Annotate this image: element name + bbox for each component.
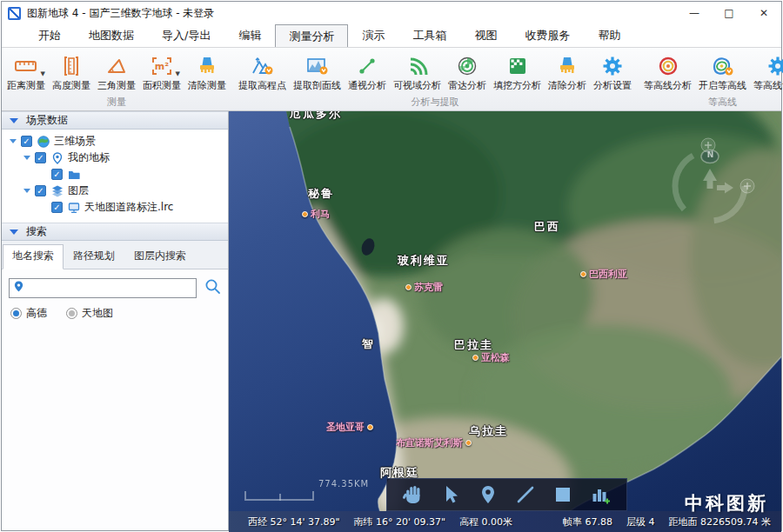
- scale-text: 774.35KM: [318, 479, 369, 489]
- tree-item-3d-scene[interactable]: ✓ 三维场景: [2, 133, 228, 150]
- expand-triangle-icon[interactable]: [23, 189, 30, 193]
- tree-item-folder[interactable]: ✓: [2, 166, 228, 183]
- tree-item-road-labels-layer[interactable]: ✓ 天地图道路标注.lrc: [2, 199, 228, 216]
- search-tab[interactable]: 路径规划: [64, 244, 124, 269]
- viewshed-analysis-button[interactable]: 可视域分析: [390, 50, 445, 92]
- contour-analysis-button[interactable]: 等高线分析: [640, 50, 695, 92]
- city-dot-icon: [465, 440, 472, 446]
- draw-line-icon[interactable]: [512, 482, 539, 508]
- cut-fill-analysis-button[interactable]: 填挖方分析: [490, 50, 545, 92]
- menu-tab[interactable]: 导入/导出: [148, 24, 224, 47]
- menu-tab[interactable]: 演示: [348, 24, 398, 47]
- collapse-triangle-icon[interactable]: [10, 118, 18, 123]
- city-dot-icon: [405, 284, 412, 290]
- placemark-pin-icon[interactable]: [475, 482, 501, 508]
- compass-navigator[interactable]: N: [668, 136, 764, 231]
- layers-icon: [50, 184, 64, 197]
- status-latitude: 南纬 16° 20' 09.37": [354, 515, 446, 529]
- height-measure-button[interactable]: 高度测量: [49, 50, 94, 92]
- add-chart-icon[interactable]: [587, 482, 613, 508]
- checkbox-checked[interactable]: ✓: [35, 152, 46, 163]
- country-label: 乌拉圭: [469, 423, 508, 439]
- sightline-analysis-button[interactable]: 通视分析: [345, 50, 390, 92]
- clear-measure-button[interactable]: 清除测量: [184, 50, 230, 92]
- distance-measure-button[interactable]: ▼ 距离测量: [3, 50, 49, 92]
- city-label: 苏克雷: [405, 281, 443, 294]
- enable-contour-button[interactable]: 开启等高线: [695, 50, 750, 92]
- extract-elevation-button[interactable]: 提取高程点: [235, 50, 290, 92]
- tree-item-layers[interactable]: ✓ 图层: [2, 183, 228, 199]
- search-box[interactable]: [9, 278, 197, 298]
- profile-line-icon: [305, 52, 330, 80]
- city-label: 巴西利亚: [580, 268, 627, 281]
- placemark-pin-icon: [50, 151, 64, 164]
- menu-tab[interactable]: 工具箱: [398, 24, 460, 47]
- menu-tab[interactable]: 测量分析: [275, 24, 348, 48]
- radio-unselected-icon: [66, 308, 77, 319]
- menu-tab[interactable]: 收费服务: [511, 24, 584, 47]
- country-label: 智: [362, 336, 375, 352]
- ribbon-group-label: 等高线: [639, 96, 783, 110]
- search-tab[interactable]: 图层内搜索: [124, 244, 196, 269]
- scale-bar: [244, 491, 314, 501]
- pin-icon: [13, 280, 24, 296]
- radio-gaode[interactable]: 高德: [10, 306, 47, 321]
- sightline-icon: [356, 52, 378, 80]
- cut-fill-icon: [506, 52, 529, 80]
- search-tab[interactable]: 地名搜索: [3, 244, 64, 269]
- menu-tab[interactable]: 帮助: [584, 24, 634, 47]
- triangle-measure-button[interactable]: 三角测量: [94, 50, 139, 92]
- radio-tianditu[interactable]: 天地图: [66, 306, 113, 321]
- maximize-button[interactable]: □: [712, 2, 746, 24]
- app-logo-icon: [8, 7, 21, 20]
- clear-analysis-button[interactable]: 清除分析: [545, 50, 590, 92]
- country-label: 秘鲁: [308, 186, 334, 202]
- radio-selected-icon: [10, 308, 22, 319]
- gear-icon: [766, 52, 783, 80]
- city-dot-icon: [580, 271, 586, 277]
- city-dot-icon: [367, 424, 373, 430]
- analysis-settings-button[interactable]: 分析设置: [590, 50, 635, 92]
- viewshed-icon: [406, 52, 429, 80]
- dropdown-arrow-icon: ▼: [176, 70, 180, 77]
- search-input[interactable]: [28, 283, 192, 295]
- pan-hand-icon[interactable]: [400, 482, 426, 508]
- checkbox-checked[interactable]: ✓: [21, 136, 32, 147]
- globe-icon: [37, 135, 50, 148]
- search-header[interactable]: 搜索: [2, 223, 228, 241]
- collapse-triangle-icon[interactable]: [10, 229, 18, 235]
- ribbon: ▼ 距离测量 高度测量 三角测量: [2, 47, 781, 111]
- globe-viewport[interactable]: 厄瓜多尔秘鲁巴西玻利维亚巴拉圭乌拉圭阿根廷智 利马苏克雷巴西利亚亚松森圣地亚哥布…: [229, 111, 781, 511]
- contour-settings-button[interactable]: 等高线设置: [750, 50, 783, 92]
- checkbox-checked[interactable]: ✓: [35, 185, 46, 196]
- expand-triangle-icon[interactable]: [23, 156, 30, 160]
- area-measure-button[interactable]: m² ▼ 面积测量: [139, 50, 184, 92]
- expand-triangle-icon[interactable]: [10, 139, 17, 143]
- menu-tab[interactable]: 开始: [24, 24, 75, 47]
- radar-analysis-button[interactable]: 雷达分析: [445, 50, 490, 92]
- city-dot-icon: [472, 355, 478, 361]
- close-button[interactable]: ✕: [746, 2, 781, 24]
- scene-data-header[interactable]: 场景数据: [2, 111, 228, 130]
- monitor-icon: [67, 201, 80, 214]
- search-tab-bar: 地名搜索路径规划图层内搜索: [2, 241, 228, 269]
- menu-tab[interactable]: 编辑: [224, 24, 275, 47]
- draw-rectangle-icon[interactable]: [550, 482, 576, 508]
- extract-profile-button[interactable]: 提取剖面线: [290, 50, 345, 92]
- menu-bar: 开始地图数据导入/导出编辑测量分析演示工具箱视图收费服务帮助: [2, 24, 781, 47]
- triangle-icon: [105, 52, 128, 80]
- minimize-button[interactable]: —: [677, 2, 712, 24]
- contour-rings-icon: [657, 52, 679, 80]
- checkbox-checked[interactable]: ✓: [51, 169, 63, 180]
- map-pane: 厄瓜多尔秘鲁巴西玻利维亚巴拉圭乌拉圭阿根廷智 利马苏克雷巴西利亚亚松森圣地亚哥布…: [229, 111, 781, 530]
- menu-tab[interactable]: 地图数据: [75, 24, 148, 47]
- radar-icon: [456, 52, 478, 80]
- svg-text:m²: m²: [155, 61, 169, 72]
- menu-tab[interactable]: 视图: [460, 24, 511, 47]
- tree-item-my-placemarks[interactable]: ✓ 我的地标: [2, 150, 228, 166]
- dropdown-arrow-icon: ▼: [41, 70, 45, 77]
- search-magnifier-icon[interactable]: [204, 278, 221, 298]
- checkbox-checked[interactable]: ✓: [51, 202, 63, 213]
- folder-icon: [67, 168, 80, 181]
- select-cursor-icon[interactable]: [438, 482, 464, 508]
